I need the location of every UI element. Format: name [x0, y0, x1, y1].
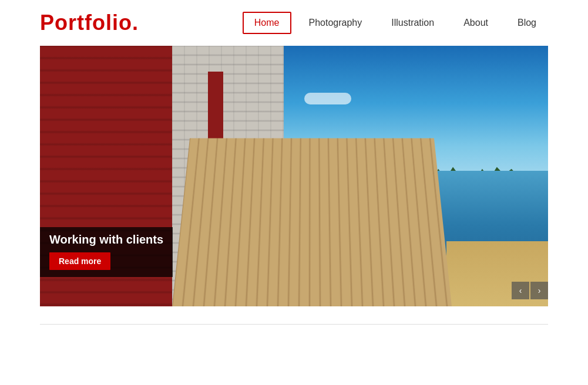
cloud-2	[304, 93, 351, 104]
bottom-divider	[40, 324, 548, 325]
read-more-button[interactable]: Read more	[49, 252, 110, 270]
nav-item-photography[interactable]: Photography	[297, 12, 374, 34]
slide-image: Working with clients Read more ‹ ›	[40, 46, 548, 306]
boardwalk	[172, 138, 452, 306]
next-slide-button[interactable]: ›	[530, 282, 548, 299]
logo-text: Portfolio.	[40, 11, 139, 35]
prev-slide-button[interactable]: ‹	[512, 282, 529, 299]
site-logo[interactable]: Portfolio.	[40, 11, 139, 35]
nav-item-about[interactable]: About	[452, 12, 500, 34]
slide-caption: Working with clients Read more	[40, 227, 173, 277]
hero-slider: Working with clients Read more ‹ ›	[40, 46, 548, 306]
nav-item-blog[interactable]: Blog	[506, 12, 548, 34]
main-nav: Home Photography Illustration About Blog	[243, 12, 548, 34]
nav-item-home[interactable]: Home	[243, 12, 291, 34]
caption-title: Working with clients	[49, 233, 163, 246]
slider-navigation: ‹ ›	[512, 282, 548, 299]
nav-item-illustration[interactable]: Illustration	[379, 12, 446, 34]
site-header: Portfolio. Home Photography Illustration…	[0, 0, 588, 46]
